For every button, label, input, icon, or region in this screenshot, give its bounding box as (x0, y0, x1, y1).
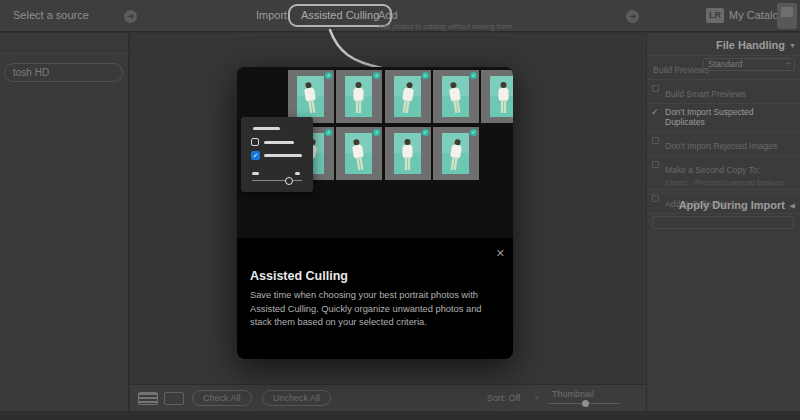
row-label: Make a Second Copy To: (665, 165, 760, 175)
checkbox[interactable] (652, 161, 659, 168)
photo-thumbnail[interactable]: ✓ (385, 70, 431, 123)
tab-assisted-culling[interactable]: Assisted Culling (288, 4, 392, 27)
apply-during-import-header[interactable]: Apply During Import ◀ (647, 193, 800, 213)
row-subtext: /Users/…/Pictures/Download Backups (665, 179, 795, 186)
source-arrow-icon[interactable]: ➜ (124, 10, 137, 23)
panel-toggle-inner (781, 7, 793, 17)
apply-during-import-title: Apply During Import (647, 199, 800, 211)
portrait-photo (394, 133, 421, 174)
grid-view-icon[interactable] (138, 392, 158, 405)
mock-slider-track (252, 180, 302, 181)
photo-thumbnail[interactable]: ✓ (481, 70, 513, 123)
lightroom-import-window: Select a source ➜ Import Assisted Cullin… (0, 0, 800, 420)
top-bar: Select a source ➜ Import Assisted Cullin… (0, 0, 800, 32)
sort-dropdown-icon: ÷ (534, 393, 539, 403)
loupe-view-icon[interactable] (164, 392, 184, 405)
row-label: Don't Import Rejected Images (665, 141, 777, 151)
mock-checkbox-checked: ✓ (251, 151, 260, 160)
portrait-photo (345, 133, 372, 174)
photo-thumbnail[interactable]: ✓ (336, 70, 382, 123)
selected-check-badge: ✓ (373, 129, 380, 136)
modal-title: Assisted Culling (250, 269, 348, 283)
mock-option-line (264, 154, 302, 157)
bottom-toolbar: Check All Uncheck All Sort: Off ÷ Thumbn… (130, 384, 646, 411)
culling-settings-mock-panel: ✓ (241, 117, 313, 192)
selected-check-badge: ✓ (470, 129, 477, 136)
selected-check-badge: ✓ (470, 72, 477, 79)
mock-checkbox-unchecked (251, 138, 259, 146)
checkbox[interactable] (652, 137, 659, 144)
photo-thumbnail[interactable]: ✓ (433, 70, 479, 123)
collection-name-field[interactable] (652, 216, 794, 229)
panel-divider (0, 50, 129, 51)
modal-description: Save time when choosing your best portra… (250, 289, 502, 330)
row-label: Don't Import Suspected Duplicates (665, 107, 795, 127)
portrait-photo (394, 76, 421, 117)
file-handling-header[interactable]: File Handling ▼ (647, 39, 800, 51)
panel-toggle-icon[interactable] (777, 3, 797, 29)
select-source-label[interactable]: Select a source (13, 9, 89, 21)
lightroom-logo: LR (706, 8, 724, 23)
filmstrip-edge (0, 411, 800, 420)
destination-arrow-icon[interactable]: ➜ (626, 10, 639, 23)
uncheck-all-button[interactable]: Uncheck All (262, 390, 331, 406)
mock-slider-min (252, 172, 259, 175)
build-previews-row[interactable]: Build PreviewsStandard÷ (647, 55, 800, 79)
mock-slider-max (295, 172, 300, 175)
chevron-left-icon: ◀ (790, 202, 795, 210)
dropdown-value: Standard (708, 59, 743, 69)
row-label: Build Smart Previews (665, 89, 746, 99)
selected-check-badge: ✓ (325, 72, 332, 79)
tab-add[interactable]: Add (378, 9, 398, 21)
portrait-photo (442, 133, 469, 174)
photo-thumbnail[interactable]: ✓ (288, 70, 334, 123)
photo-thumbnail[interactable]: ✓ (433, 127, 479, 180)
portrait-photo (442, 76, 469, 117)
photo-thumbnail[interactable]: ✓ (336, 127, 382, 180)
close-icon[interactable]: ✕ (496, 247, 505, 260)
mock-title-line (253, 127, 280, 130)
checkmark-icon: ✓ (651, 107, 659, 117)
file-handling-title: File Handling (647, 39, 800, 51)
row-label: Build Previews (653, 65, 709, 75)
thumbnail-size-label: Thumbnail (552, 389, 594, 399)
portrait-photo (345, 76, 372, 117)
mock-option-line (264, 141, 294, 144)
tab-import[interactable]: Import (256, 9, 287, 21)
source-panel: tosh HD (0, 33, 129, 411)
dropdown-arrow-icon: ÷ (786, 59, 791, 70)
previews-dropdown[interactable]: Standard÷ (703, 58, 795, 71)
checkbox[interactable] (652, 85, 659, 92)
option-row[interactable]: Make a Second Copy To:/Users/…/Pictures/… (647, 155, 800, 189)
photo-thumbnail[interactable]: ✓ (385, 127, 431, 180)
assisted-culling-modal: ✓✓✓✓✓✓✓✓✓ ✓ ✕ Assisted Culling Save time… (237, 67, 513, 359)
selected-check-badge: ✓ (325, 129, 332, 136)
file-handling-panel: File Handling ▼ Build PreviewsStandard÷B… (646, 33, 800, 411)
option-row[interactable]: ✓Don't Import Suspected Duplicates (647, 103, 800, 131)
chevron-down-icon: ▼ (789, 42, 796, 49)
portrait-photo (490, 76, 513, 117)
selected-check-badge: ✓ (422, 129, 429, 136)
culling-illustration: ✓✓✓✓✓✓✓✓✓ ✓ (237, 67, 513, 238)
option-row[interactable]: Don't Import Rejected Images (647, 131, 800, 155)
check-all-button[interactable]: Check All (192, 390, 252, 406)
thumbnail-slider-knob[interactable] (582, 400, 589, 407)
sort-dropdown[interactable]: Sort: Off (487, 393, 520, 403)
portrait-photo (297, 76, 324, 117)
selected-check-badge: ✓ (422, 72, 429, 79)
source-item-macintosh-hd[interactable]: tosh HD (4, 63, 123, 82)
option-row[interactable]: Build Smart Previews (647, 79, 800, 103)
add-subtitle: Add photos to catalog without moving the… (378, 23, 512, 30)
thumb-grid: ✓✓✓✓✓✓✓✓✓ (288, 70, 513, 238)
collection-name-field-row[interactable] (647, 213, 800, 232)
selected-check-badge: ✓ (373, 72, 380, 79)
mock-slider-knob (285, 177, 293, 185)
